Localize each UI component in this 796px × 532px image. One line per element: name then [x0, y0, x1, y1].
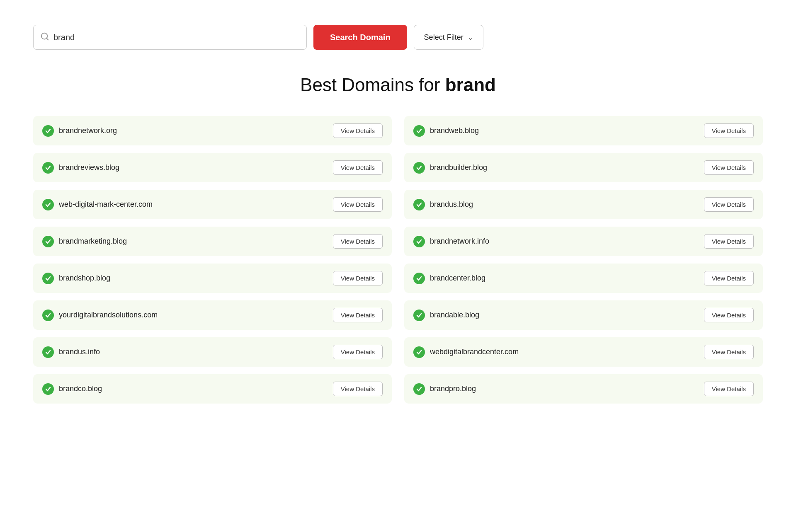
check-icon — [42, 346, 54, 358]
check-icon — [413, 199, 425, 210]
domain-left: web-digital-mark-center.com — [42, 199, 153, 210]
view-details-button[interactable]: View Details — [704, 160, 754, 175]
domain-row: brandbuilder.blogView Details — [404, 153, 763, 182]
domain-name: brandus.blog — [430, 200, 473, 209]
domain-left: brandpro.blog — [413, 383, 476, 395]
view-details-button[interactable]: View Details — [333, 197, 383, 212]
view-details-button[interactable]: View Details — [333, 160, 383, 175]
domain-left: brandnetwork.info — [413, 236, 489, 247]
domain-left: brandus.blog — [413, 199, 473, 210]
domain-name: brandreviews.blog — [59, 163, 119, 172]
view-details-button[interactable]: View Details — [333, 308, 383, 322]
check-icon — [42, 162, 54, 174]
domain-row: yourdigitalbrandsolutions.comView Detail… — [33, 300, 392, 330]
view-details-button[interactable]: View Details — [333, 271, 383, 285]
domain-name: yourdigitalbrandsolutions.com — [59, 311, 158, 319]
view-details-button[interactable]: View Details — [333, 345, 383, 359]
search-icon — [40, 32, 49, 43]
domain-left: brandus.info — [42, 346, 100, 358]
domain-row: brandnetwork.orgView Details — [33, 116, 392, 145]
domain-left: brandweb.blog — [413, 125, 479, 137]
view-details-button[interactable]: View Details — [704, 271, 754, 285]
check-icon — [413, 236, 425, 247]
svg-line-1 — [46, 38, 48, 40]
search-input[interactable] — [53, 33, 300, 42]
domain-name: brandweb.blog — [430, 126, 479, 135]
check-icon — [413, 310, 425, 321]
domain-row: brandmarketing.blogView Details — [33, 227, 392, 256]
domain-name: webdigitalbrandcenter.com — [430, 348, 519, 356]
check-icon — [413, 273, 425, 284]
domain-row: web-digital-mark-center.comView Details — [33, 190, 392, 219]
view-details-button[interactable]: View Details — [704, 308, 754, 322]
domain-left: webdigitalbrandcenter.com — [413, 346, 519, 358]
domain-row: webdigitalbrandcenter.comView Details — [404, 337, 763, 367]
check-icon — [42, 199, 54, 210]
domain-row: brandus.infoView Details — [33, 337, 392, 367]
domain-name: brandbuilder.blog — [430, 163, 487, 172]
domain-name: brandpro.blog — [430, 384, 476, 393]
domain-left: brandshop.blog — [42, 273, 110, 284]
domain-name: brandnetwork.info — [430, 237, 489, 246]
domain-row: brandweb.blogView Details — [404, 116, 763, 145]
domain-row: brandcenter.blogView Details — [404, 264, 763, 293]
domain-row: brandus.blogView Details — [404, 190, 763, 219]
domain-name: brandable.blog — [430, 311, 479, 319]
check-icon — [42, 125, 54, 137]
domain-left: brandcenter.blog — [413, 273, 485, 284]
domain-row: brandpro.blogView Details — [404, 374, 763, 404]
view-details-button[interactable]: View Details — [333, 123, 383, 138]
domain-name: brandshop.blog — [59, 274, 110, 283]
check-icon — [42, 273, 54, 284]
view-details-button[interactable]: View Details — [704, 123, 754, 138]
search-wrapper — [33, 25, 307, 50]
domain-left: brandbuilder.blog — [413, 162, 487, 174]
domain-left: brandmarketing.blog — [42, 236, 127, 247]
domain-left: brandable.blog — [413, 310, 479, 321]
filter-label: Select Filter — [424, 33, 464, 42]
domain-row: brandco.blogView Details — [33, 374, 392, 404]
domain-row: brandable.blogView Details — [404, 300, 763, 330]
search-domain-button[interactable]: Search Domain — [313, 25, 407, 50]
domain-name: brandmarketing.blog — [59, 237, 127, 246]
domain-name: brandus.info — [59, 348, 100, 356]
domains-grid: brandnetwork.orgView Detailsbrandweb.blo… — [33, 116, 763, 404]
view-details-button[interactable]: View Details — [704, 234, 754, 249]
domain-left: brandnetwork.org — [42, 125, 117, 137]
check-icon — [413, 383, 425, 395]
view-details-button[interactable]: View Details — [704, 197, 754, 212]
title-keyword: brand — [445, 75, 496, 95]
domain-left: yourdigitalbrandsolutions.com — [42, 310, 158, 321]
domain-name: brandcenter.blog — [430, 274, 485, 283]
check-icon — [413, 125, 425, 137]
select-filter-button[interactable]: Select Filter ⌄ — [414, 25, 483, 50]
view-details-button[interactable]: View Details — [704, 382, 754, 396]
title-prefix: Best Domains for — [300, 75, 445, 95]
domain-left: brandco.blog — [42, 383, 102, 395]
check-icon — [42, 236, 54, 247]
view-details-button[interactable]: View Details — [333, 382, 383, 396]
domain-row: brandnetwork.infoView Details — [404, 227, 763, 256]
domain-left: brandreviews.blog — [42, 162, 119, 174]
domain-name: brandnetwork.org — [59, 126, 117, 135]
check-icon — [42, 383, 54, 395]
check-icon — [413, 162, 425, 174]
domain-row: brandreviews.blogView Details — [33, 153, 392, 182]
check-icon — [413, 346, 425, 358]
check-icon — [42, 310, 54, 321]
page-title: Best Domains for brand — [33, 75, 763, 95]
domain-name: brandco.blog — [59, 384, 102, 393]
domain-name: web-digital-mark-center.com — [59, 200, 153, 209]
view-details-button[interactable]: View Details — [704, 345, 754, 359]
view-details-button[interactable]: View Details — [333, 234, 383, 249]
chevron-down-icon: ⌄ — [468, 34, 473, 41]
top-bar: Search Domain Select Filter ⌄ — [33, 25, 763, 50]
domain-row: brandshop.blogView Details — [33, 264, 392, 293]
